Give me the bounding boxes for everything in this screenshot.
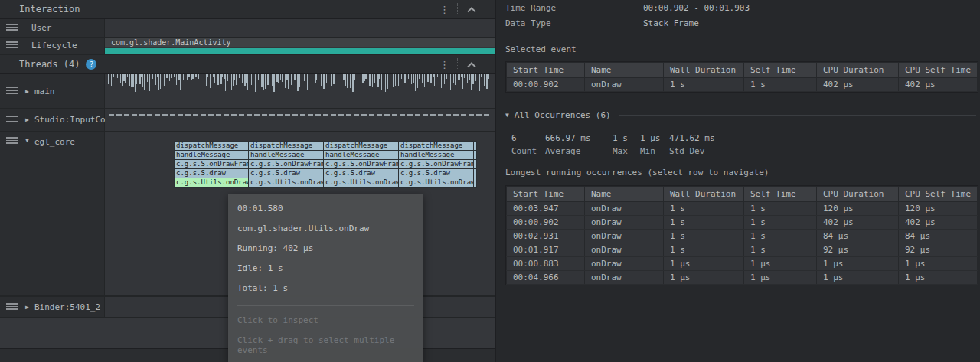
table-cell: onDraw [585, 243, 664, 257]
column-header-self-time[interactable]: Self Time [744, 187, 817, 202]
lifecycle-row-label[interactable]: Lifecycle [0, 38, 105, 54]
thread-label-studio-inputcon[interactable]: ▶ Studio:InputCon [0, 109, 105, 131]
divider [457, 58, 458, 70]
flame-column: dispatchMessagehandleMessagec.g.s.S.onDr… [399, 141, 474, 188]
data-type-value: Stack Frame [643, 18, 699, 28]
thread-state-dashes [109, 114, 491, 116]
lifecycle-activity-bar[interactable]: com.gl.shader.MainActivity [105, 38, 495, 47]
table-cell: 402 µs [817, 78, 899, 92]
table-row[interactable]: 00:03.947onDraw1 s1 s120 µs120 µs [507, 202, 978, 216]
column-header-name[interactable]: Name [585, 187, 664, 202]
column-header-cpu-self-time[interactable]: CPU Self Time [899, 187, 978, 202]
longest-heading: Longest running occurrences (select row … [505, 168, 769, 178]
table-cell: 1 µs [899, 271, 978, 285]
data-type-row: Data Type Stack Frame [505, 18, 699, 28]
expand-collapsed-icon[interactable]: ▶ [25, 88, 34, 95]
stat-std-dev: 471.62 msStd Dev [669, 133, 753, 156]
flame-cell[interactable] [474, 178, 477, 188]
thread-name: Studio:InputCon [34, 115, 110, 125]
table-cell: 1 s [744, 78, 817, 92]
table-cell: 00:00.883 [507, 257, 585, 271]
table-cell: 92 µs [899, 243, 978, 257]
user-track[interactable] [105, 19, 495, 37]
column-header-start-time[interactable]: Start Time [507, 187, 585, 202]
flame-chart: dispatchMessagehandleMessagec.g.s.S.onDr… [174, 141, 477, 188]
help-icon[interactable]: ? [86, 59, 96, 70]
stat-label: Min [640, 146, 669, 156]
thread-label-main[interactable]: ▶ main [0, 74, 105, 108]
collapse-chevron-icon[interactable] [467, 7, 475, 15]
user-row-label[interactable]: User [0, 19, 105, 37]
tooltip-divider [237, 305, 414, 306]
column-header-cpu-self-time[interactable]: CPU Self Time [899, 63, 978, 78]
drag-handle-icon[interactable] [6, 137, 18, 145]
drag-handle-icon[interactable] [6, 116, 18, 124]
data-type-label: Data Type [505, 18, 643, 28]
column-header-wall-duration[interactable]: Wall Duration [664, 63, 744, 78]
thread-activity-chart [107, 74, 492, 93]
kebab-menu-icon[interactable]: ⋮ [432, 59, 457, 70]
main-thread-track[interactable] [105, 74, 495, 108]
user-track-row[interactable]: User [0, 19, 495, 38]
inputcon-thread-track[interactable] [105, 109, 495, 131]
column-header-self-time[interactable]: Self Time [744, 63, 817, 78]
tooltip-total: Total: 1 s [237, 283, 414, 293]
table-row[interactable]: 00:04.966onDraw1 µs1 µs1 µs1 µs [507, 271, 978, 285]
lifecycle-track-row[interactable]: Lifecycle com.gl.shader.MainActivity [0, 38, 495, 55]
table-cell: 1 µs [664, 271, 744, 285]
column-header-cpu-duration[interactable]: CPU Duration [817, 63, 899, 78]
table-row[interactable]: 00:02.931onDraw1 s1 s84 µs84 µs [507, 230, 978, 243]
table-cell: 00:03.947 [507, 202, 585, 216]
table-cell: 1 µs [744, 257, 817, 271]
stat-value: 666.97 ms [545, 133, 612, 143]
flame-cell[interactable]: c.g.s.Utils.onDraw [174, 178, 249, 188]
drag-handle-icon[interactable] [6, 303, 18, 311]
occurrences-toggle-icon[interactable]: ▼ [505, 112, 509, 119]
column-header-start-time[interactable]: Start Time [507, 63, 585, 78]
expand-collapsed-icon[interactable]: ▶ [25, 304, 34, 311]
expand-collapsed-icon[interactable]: ▶ [25, 116, 34, 123]
stat-label: Max [612, 146, 640, 156]
drag-handle-icon[interactable] [6, 24, 18, 32]
flame-column: dispatchMessagehandleMessagec.g.s.S.onDr… [174, 141, 249, 188]
stat-average: 666.97 msAverage [545, 133, 612, 156]
table-cell: 1 s [744, 243, 817, 257]
table-cell: 1 µs [899, 257, 978, 271]
thread-row-studio-inputcon[interactable]: ▶ Studio:InputCon [0, 109, 495, 132]
table-cell: 00:04.966 [507, 271, 585, 285]
table-cell: 1 µs [664, 257, 744, 271]
stat-value: 1 µs [640, 133, 669, 143]
expand-expanded-icon[interactable]: ▼ [25, 137, 34, 144]
tooltip-method: com.gl.shader.Utils.onDraw [237, 223, 414, 233]
drag-handle-icon[interactable] [6, 41, 18, 50]
table-row[interactable]: 00:00.902onDraw1 s1 s402 µs402 µs [507, 78, 978, 92]
collapse-chevron-icon[interactable] [467, 62, 475, 70]
tooltip-running: Running: 402 µs [237, 243, 414, 253]
table-cell: 1 s [664, 243, 744, 257]
column-header-cpu-duration[interactable]: CPU Duration [817, 187, 899, 202]
table-cell: 1 s [664, 78, 744, 92]
table-cell: 1 µs [817, 257, 899, 271]
table-cell: 120 µs [899, 202, 978, 216]
thread-label-binder[interactable]: ▶ Binder:5401_2 [0, 297, 105, 317]
flame-cell[interactable]: c.g.s.Utils.onDraw [324, 178, 399, 188]
flame-column [474, 141, 477, 188]
lifecycle-timeline-bar[interactable] [105, 48, 495, 54]
lifecycle-track[interactable]: com.gl.shader.MainActivity [105, 38, 495, 54]
table-cell: 1 µs [817, 271, 899, 285]
table-row[interactable]: 00:00.902onDraw1 s1 s402 µs402 µs [507, 216, 978, 230]
thread-label-egl-core[interactable]: ▼ egl_core [0, 132, 105, 295]
table-row[interactable]: 00:01.917onDraw1 s1 s92 µs92 µs [507, 243, 978, 257]
flame-cell[interactable]: c.g.s.Utils.onDraw [399, 178, 474, 188]
column-header-wall-duration[interactable]: Wall Duration [664, 187, 744, 202]
table-cell: 1 s [664, 216, 744, 230]
occurrences-title: All Occurrences (6) [514, 110, 611, 120]
thread-row-main[interactable]: ▶ main [0, 74, 495, 109]
occurrences-header[interactable]: ▼ All Occurrences (6) [505, 110, 976, 120]
table-row[interactable]: 00:00.883onDraw1 µs1 µs1 µs1 µs [507, 257, 978, 271]
longest-table-wrap: Start TimeNameWall DurationSelf TimeCPU … [505, 185, 978, 285]
flame-cell[interactable]: c.g.s.Utils.onDraw [249, 178, 324, 188]
drag-handle-icon[interactable] [6, 87, 18, 96]
column-header-name[interactable]: Name [585, 63, 664, 78]
kebab-menu-icon[interactable]: ⋮ [432, 4, 457, 15]
